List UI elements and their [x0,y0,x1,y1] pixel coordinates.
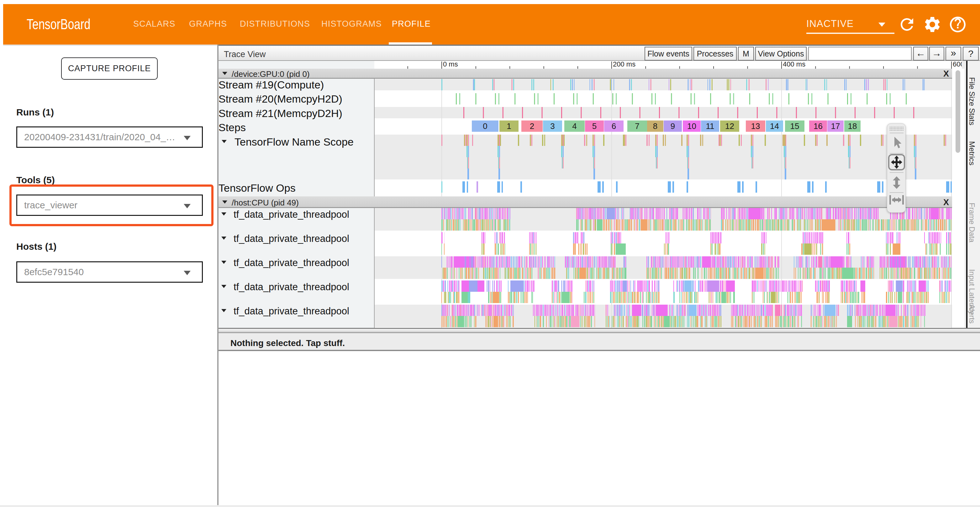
svg-text:5: 5 [592,121,597,131]
svg-text:9: 9 [671,121,675,131]
svg-text:14: 14 [770,121,779,131]
svg-text:0: 0 [483,121,487,131]
svg-text:6: 6 [612,121,616,131]
svg-text:16: 16 [813,121,822,131]
svg-text:200 ms: 200 ms [613,61,635,68]
svg-text:15: 15 [790,121,799,131]
svg-text:2: 2 [530,121,534,131]
svg-text:8: 8 [653,121,657,131]
svg-text:17: 17 [831,121,840,131]
svg-text:400 ms: 400 ms [783,61,805,68]
svg-text:7: 7 [635,121,639,131]
svg-text:10: 10 [687,121,696,131]
svg-text:12: 12 [725,121,734,131]
svg-text:3: 3 [550,121,555,131]
svg-text:0 ms: 0 ms [443,61,458,68]
svg-text:11: 11 [706,121,714,131]
svg-text:1: 1 [507,121,511,131]
svg-text:13: 13 [751,121,760,131]
svg-text:4: 4 [572,121,576,131]
svg-text:18: 18 [848,121,857,131]
